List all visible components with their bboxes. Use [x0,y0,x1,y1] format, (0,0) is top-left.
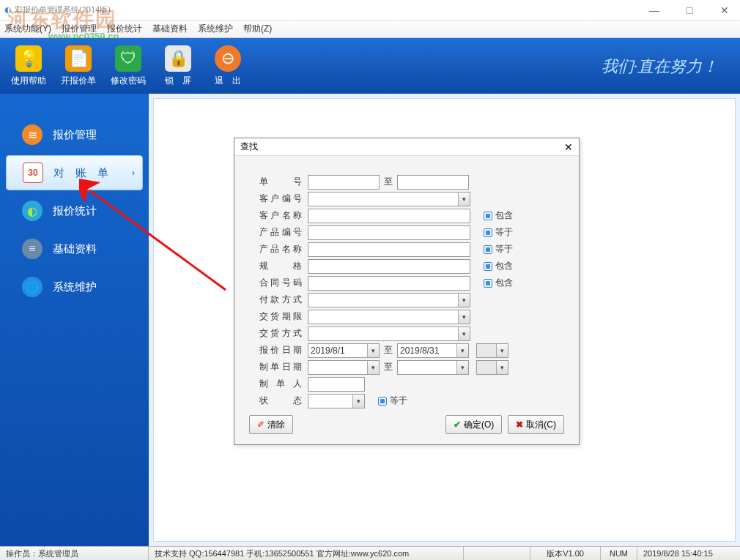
shield-icon: 🛡 [115,45,141,72]
window-titlebar: ◐ 彩报价单管理系统(2014版) ― □ ✕ [0,0,740,20]
status-equals-check[interactable] [378,397,387,406]
eraser-icon: ✐ [257,419,264,430]
datetime: 2019/8/28 15:40:15 [637,547,740,560]
spec-input[interactable] [308,259,470,274]
status-select[interactable]: ▾ [308,394,365,408]
product-code-equals-check[interactable] [484,228,492,237]
tb-lock[interactable]: 🔒锁 屏 [154,45,202,87]
quote-date-to[interactable]: 2019/8/31▾ [397,343,469,358]
support-info: 技术支持 QQ:156447981 手机:13652500551 官方网址:ww… [149,547,464,560]
slogan: 我们·直在努力！ [602,56,719,78]
tb-new-quote[interactable]: 📄开报价单 [54,45,103,87]
operator-name: 系统管理员 [38,548,78,559]
sidebar-quote-mgmt[interactable]: ≋报价管理 [6,117,143,152]
maximize-button[interactable]: □ [678,4,700,16]
sidebar-maintain[interactable]: 🌐系统维护 [6,269,143,305]
app-icon: ◐ [4,5,12,15]
menu-system[interactable]: 系统功能(Y) [4,23,51,35]
globe-icon: 🌐 [22,277,42,297]
order-no-to[interactable] [397,175,469,190]
minimize-button[interactable]: ― [643,4,665,16]
creator-input[interactable] [308,377,365,392]
chevron-down-icon: ▾ [496,361,508,374]
rss-icon: ≋ [22,124,42,145]
product-code-input[interactable] [308,225,470,240]
chevron-down-icon: ▾ [458,294,470,307]
menubar: 系统功能(Y) 报价管理 报价统计 基础资料 系统维护 帮助(Z) [0,20,740,38]
order-no-from[interactable] [308,175,380,190]
create-date-from[interactable]: ▾ [308,360,380,375]
chevron-down-icon: ▾ [458,327,470,340]
chevron-down-icon: ▾ [352,395,364,408]
chevron-right-icon: › [132,168,135,178]
version: 版本V1.00 [530,547,601,560]
dialog-title: 查找 [240,141,258,153]
tb-help[interactable]: 💡使用帮助 [4,45,53,87]
numlock-indicator: NUM [601,547,637,560]
tb-password[interactable]: 🛡修改密码 [104,45,152,87]
menu-help[interactable]: 帮助(Z) [243,23,272,35]
search-dialog: 查找 ✕ 单 号至 客户编号▾ 客户名称包含 产品编号等于 产品名称等于 规 格… [234,138,580,445]
customer-name-input[interactable] [308,209,470,223]
contract-contains-check[interactable] [484,279,492,288]
clear-button[interactable]: ✐清除 [249,415,293,434]
cancel-button[interactable]: ✖取消(C) [508,415,564,434]
product-name-input[interactable] [308,242,470,257]
statusbar: 操作员：系统管理员 技术支持 QQ:156447981 手机:136525005… [0,546,740,560]
customer-name-contains-check[interactable] [484,212,492,220]
menu-maint[interactable]: 系统维护 [198,23,233,35]
sidebar: ≋报价管理 30对 账 单› ◐报价统计 ≡基础资料 🌐系统维护 [0,94,149,546]
ok-button[interactable]: ✔确定(O) [445,415,502,434]
chevron-down-icon: ▾ [367,361,379,374]
chevron-down-icon: ▾ [458,310,470,324]
sidebar-basedata[interactable]: ≡基础资料 [6,231,143,266]
customer-code-select[interactable]: ▾ [308,192,470,206]
sidebar-statement[interactable]: 30对 账 单› [6,155,143,190]
quote-date-extra[interactable]: ▾ [476,343,508,358]
delivery-deadline-select[interactable]: ▾ [308,310,470,324]
database-icon: ≡ [22,239,42,259]
chevron-down-icon: ▾ [456,361,468,374]
delivery-method-select[interactable]: ▾ [308,326,470,341]
lock-icon: 🔒 [165,45,191,72]
sidebar-stats[interactable]: ◐报价统计 [6,193,143,228]
toolbar: 💡使用帮助 📄开报价单 🛡修改密码 🔒锁 屏 ⊖退 出 我们·直在努力！ [0,38,740,94]
payment-method-select[interactable]: ▾ [308,293,470,307]
contract-no-input[interactable] [308,276,470,291]
chevron-down-icon: ▾ [458,193,470,206]
create-date-extra[interactable]: ▾ [476,360,508,375]
product-name-equals-check[interactable] [484,245,492,254]
calendar-icon: 30 [23,163,43,183]
quote-date-from[interactable]: 2019/8/1▾ [308,343,380,358]
x-icon: ✖ [516,419,523,430]
pie-icon: ◐ [22,201,42,221]
doc-icon: 📄 [65,45,92,72]
chevron-down-icon: ▾ [367,344,379,357]
window-title: 彩报价单管理系统(2014版) [15,4,111,15]
create-date-to[interactable]: ▾ [397,360,469,375]
menu-stats[interactable]: 报价统计 [107,23,142,35]
close-button[interactable]: ✕ [714,4,736,16]
menu-quote[interactable]: 报价管理 [62,23,97,35]
chevron-down-icon: ▾ [456,344,468,357]
check-icon: ✔ [454,419,461,430]
menu-base[interactable]: 基础资料 [152,23,188,35]
tb-exit[interactable]: ⊖退 出 [204,45,252,87]
spec-contains-check[interactable] [484,262,492,271]
bulb-icon: 💡 [15,45,42,72]
dialog-close-button[interactable]: ✕ [564,141,573,153]
chevron-down-icon: ▾ [496,344,508,357]
exit-icon: ⊖ [215,45,241,72]
